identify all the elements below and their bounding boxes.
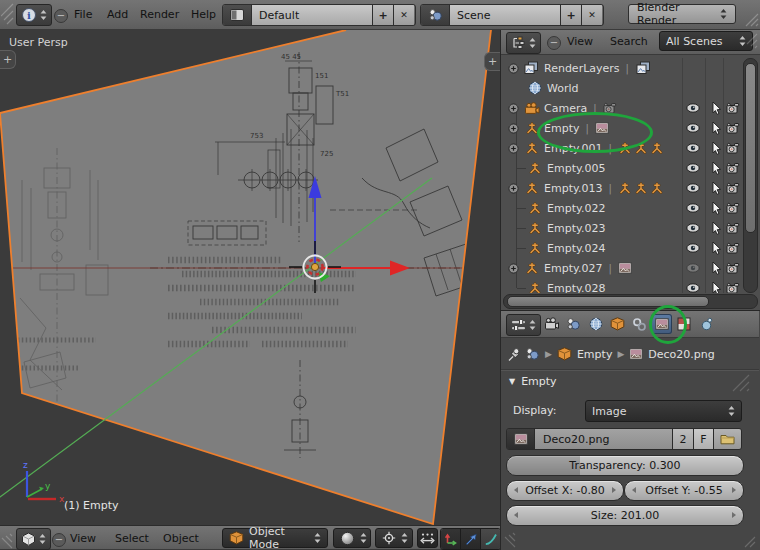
toolbar-expand-tab[interactable]: +: [0, 50, 16, 69]
renderability-camera-icon[interactable]: [726, 242, 740, 254]
outliner-row-empty[interactable]: Empty|: [501, 118, 742, 138]
mode-dropdown[interactable]: Object Mode: [222, 528, 328, 548]
screen-layout-name[interactable]: Default: [252, 5, 372, 25]
selectability-cursor-icon[interactable]: [711, 201, 722, 215]
fake-user-button[interactable]: F: [693, 429, 713, 449]
menu-add[interactable]: Add: [107, 8, 128, 21]
outliner-row-empty.028[interactable]: Empty.028: [501, 278, 742, 293]
outliner-item-label[interactable]: Empty.005: [547, 162, 605, 175]
renderability-camera-icon[interactable]: [726, 202, 740, 214]
pivot-point-dropdown[interactable]: [375, 528, 413, 548]
renderability-camera-icon[interactable]: [726, 162, 740, 174]
display-dropdown[interactable]: Image: [585, 400, 742, 422]
panel-grip[interactable]: [729, 373, 751, 393]
close-scene-button[interactable]: ✕: [581, 5, 602, 25]
outliner-filter-dropdown[interactable]: All Scenes: [659, 31, 753, 51]
outliner-row-renderlayers[interactable]: RenderLayers|: [501, 58, 742, 78]
outliner-item-label[interactable]: Camera: [544, 102, 587, 115]
outliner-item-label[interactable]: RenderLayers: [544, 62, 620, 75]
expand-toggle-icon[interactable]: [507, 63, 520, 74]
tab-render[interactable]: [541, 314, 562, 334]
breadcrumb-data[interactable]: Deco20.png: [648, 348, 714, 361]
increment-arrow-icon[interactable]: [732, 512, 736, 518]
corner-grip[interactable]: [503, 531, 517, 549]
expand-toggle-icon[interactable]: [507, 263, 520, 274]
image-browse-button[interactable]: [507, 429, 535, 449]
expand-toggle-icon[interactable]: [507, 103, 520, 114]
translate-manipulator-button[interactable]: [441, 529, 461, 549]
scrollbar-thumb[interactable]: [745, 63, 756, 233]
sidebar-expand-tab[interactable]: +: [484, 52, 500, 71]
increment-arrow-icon[interactable]: [732, 487, 736, 493]
renderability-camera-icon[interactable]: [726, 282, 740, 293]
outliner-row-empty.027[interactable]: Empty.027|: [501, 258, 742, 278]
panel-empty-header[interactable]: ▼ Empty: [509, 375, 557, 388]
offset-x-field[interactable]: Offset X: -0.80: [506, 480, 624, 501]
expand-toggle-icon[interactable]: [507, 143, 520, 154]
pin-icon[interactable]: [507, 347, 520, 362]
visibility-eye-icon[interactable]: [686, 143, 700, 153]
corner-grip[interactable]: [1, 2, 15, 26]
menu-render[interactable]: Render: [140, 8, 179, 21]
renderability-camera-icon[interactable]: [726, 262, 740, 274]
size-field[interactable]: Size: 201.00: [506, 505, 744, 526]
outliner-item-label[interactable]: World: [547, 82, 579, 95]
editor-type-selector[interactable]: i: [16, 4, 52, 26]
visibility-eye-icon[interactable]: [686, 223, 700, 233]
outliner-item-label[interactable]: Empty.001: [544, 142, 602, 155]
scale-manipulator-button[interactable]: [481, 529, 500, 549]
scrollbar-thumb[interactable]: [507, 296, 709, 307]
manipulator-widget-toggle[interactable]: [417, 528, 438, 548]
add-layout-button[interactable]: +: [372, 5, 393, 25]
close-layout-button[interactable]: ✕: [393, 5, 414, 25]
menu-file[interactable]: File: [74, 8, 92, 21]
selectability-cursor-icon[interactable]: [711, 281, 722, 293]
decrement-arrow-icon[interactable]: [514, 487, 518, 493]
expand-toggle-icon[interactable]: [507, 123, 520, 134]
scene-name[interactable]: Scene: [450, 5, 560, 25]
menu-select[interactable]: Select: [115, 532, 149, 545]
renderability-camera-icon[interactable]: [726, 222, 740, 234]
panel-collapse-triangle-icon[interactable]: ▼: [509, 377, 515, 386]
outliner-row-empty.001[interactable]: Empty.001|: [501, 138, 742, 158]
selectability-cursor-icon[interactable]: [711, 221, 722, 235]
selectability-cursor-icon[interactable]: [711, 241, 722, 255]
menu-view[interactable]: View: [567, 35, 593, 48]
rotate-manipulator-button[interactable]: [461, 529, 481, 549]
visibility-eye-icon[interactable]: [686, 263, 700, 273]
corner-grip[interactable]: [743, 531, 757, 549]
decrement-arrow-icon[interactable]: [514, 512, 518, 518]
menu-view[interactable]: View: [70, 532, 96, 545]
collapse-menus-toggle[interactable]: −: [54, 9, 68, 23]
outliner-item-label[interactable]: Empty.028: [547, 282, 605, 294]
editor-type-selector[interactable]: [506, 314, 541, 336]
renderability-camera-icon[interactable]: [726, 122, 740, 134]
tab-physics[interactable]: [695, 314, 716, 334]
outliner-row-empty.013[interactable]: Empty.013|: [501, 178, 742, 198]
selectability-cursor-icon[interactable]: [711, 261, 722, 275]
corner-grip[interactable]: [745, 32, 759, 52]
outliner-item-label[interactable]: Empty: [544, 122, 579, 135]
outliner-vertical-scrollbar[interactable]: [743, 58, 758, 293]
outliner-row-world[interactable]: World: [501, 78, 742, 98]
menu-search[interactable]: Search: [610, 35, 648, 48]
outliner-item-label[interactable]: Empty.013: [544, 182, 602, 195]
outliner-row-empty.005[interactable]: Empty.005: [501, 158, 742, 178]
renderability-camera-icon[interactable]: [726, 102, 740, 114]
tab-object[interactable]: [607, 314, 628, 334]
visibility-eye-icon[interactable]: [686, 283, 700, 293]
selectability-cursor-icon[interactable]: [711, 101, 722, 115]
tab-scene[interactable]: [563, 314, 584, 334]
outliner-row-empty.022[interactable]: Empty.022: [501, 198, 742, 218]
collapse-menus-toggle[interactable]: −: [52, 533, 66, 547]
renderability-camera-icon[interactable]: [726, 142, 740, 154]
visibility-eye-icon[interactable]: [686, 123, 700, 133]
tab-texture[interactable]: [673, 314, 694, 334]
outliner-item-label[interactable]: Empty.024: [547, 242, 605, 255]
offset-y-field[interactable]: Offset Y: -0.55: [624, 480, 744, 501]
corner-grip[interactable]: [1, 530, 14, 550]
scene-selector[interactable]: Scene + ✕: [420, 4, 604, 26]
breadcrumb-object[interactable]: Empty: [577, 348, 612, 361]
outliner-item-label[interactable]: Empty.027: [544, 262, 602, 275]
visibility-eye-icon[interactable]: [686, 183, 700, 193]
